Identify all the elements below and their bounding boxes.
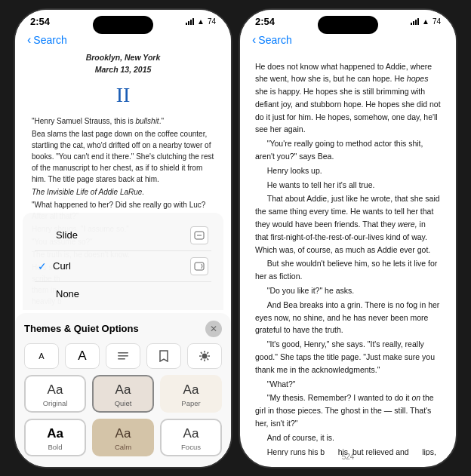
back-chevron-icon: ‹ [27,33,31,47]
none-option-left: None [38,288,79,299]
right-para-7: "Do you like it?" he asks. [255,284,441,297]
layout-button[interactable] [106,343,140,369]
theme-paper-label: Paper [166,399,216,407]
right-para-6: But she wouldn't believe him, so he lets… [255,257,441,283]
book-location: Brooklyn, New YorkMarch 13, 2015 [32,51,214,76]
right-para-5: That about Addie, just like he wrote, th… [255,192,441,256]
left-back-button[interactable]: ‹ Search [27,33,67,47]
svg-rect-2 [118,352,128,354]
book-para-2: Bea slams the last page down on the coff… [32,128,214,185]
right-phone: 2:54 ▲ 74 ‹ Search H [239,8,457,468]
theme-bold-card[interactable]: Aa Bold [24,419,86,456]
brightness-button[interactable] [187,343,222,369]
theme-quiet-title: Aa [98,382,148,398]
curl-icon [190,257,208,275]
back-label: Search [33,34,66,46]
theme-original-card[interactable]: Aa Original [24,375,86,413]
left-status-icons: ▲ 74 [186,17,216,26]
curl-checkmark-icon: ✓ [38,260,47,272]
theme-focus-card[interactable]: Aa Focus [160,419,222,456]
theme-bold-title: Aa [30,426,80,441]
none-label: None [56,288,79,299]
phones-container: 2:54 ▲ 74 ‹ Search B [14,8,457,468]
themes-title: Themes & Quiet Options [24,323,139,334]
curl-option-left: ✓ Curl [38,260,71,272]
theme-original-label: Original [30,399,80,407]
font-decrease-button[interactable]: A [24,343,59,369]
theme-calm-label: Calm [98,443,148,451]
right-para-12: And of course, it is. [255,431,441,444]
right-para-2: "You're really going to method actor thi… [255,137,441,163]
theme-calm-title: Aa [98,426,148,441]
left-status-time: 2:54 [30,16,50,27]
right-para-10: "What?" [255,378,441,391]
font-increase-button[interactable]: A [65,343,100,369]
overlay-panel: Slide ✓ Curl [15,213,231,467]
book-para-1: "Henry Samuel Strauss, this is bullshit.… [32,115,214,127]
slide-menu: Slide ✓ Curl [23,213,223,310]
right-para-11: "My thesis. Remember? I wanted to do it … [255,392,441,429]
slide-option-left: Slide [38,229,78,241]
themes-panel: Themes & Quiet Options ✕ A A [15,313,231,467]
right-status-icons: ▲ 74 [411,17,441,26]
right-book-content: He does not know what happened to Addie,… [240,51,456,456]
dynamic-island [93,16,153,34]
right-para-3: Henry looks up. [255,164,441,177]
font-controls: A A [24,343,222,369]
theme-original-title: Aa [30,382,80,398]
theme-paper-card[interactable]: Aa Paper [160,375,222,413]
curl-option[interactable]: ✓ Curl [35,251,211,282]
theme-quiet-label: Quiet [98,399,148,407]
none-option[interactable]: None [35,282,211,306]
slide-option[interactable]: Slide [35,220,211,251]
signal-bars-icon [186,17,194,25]
theme-focus-label: Focus [166,443,216,451]
right-wifi-icon: ▲ [422,17,429,26]
right-para-9: "It's good, Henry," she says. "It's real… [255,338,441,376]
chapter-number: II [32,78,214,111]
right-para-8: And Bea breaks into a grin. There is no … [255,299,441,336]
svg-line-12 [207,352,208,353]
svg-point-5 [202,353,208,358]
bookmark-button[interactable] [146,343,181,369]
right-back-label: Search [258,34,291,46]
theme-bold-label: Bold [30,443,80,451]
right-signal-bars-icon [411,17,419,25]
theme-paper-title: Aa [166,382,216,398]
close-button[interactable]: ✕ [205,321,222,337]
right-back-button[interactable]: ‹ Search [252,33,292,47]
svg-line-13 [201,358,202,360]
slide-icon [190,226,208,244]
svg-rect-4 [118,358,125,360]
right-status-time: 2:54 [255,16,275,27]
theme-quiet-card[interactable]: Aa Quiet [92,375,154,413]
svg-rect-3 [118,355,128,357]
slide-label: Slide [56,229,78,241]
right-dynamic-island [318,16,378,34]
book-para-3: The Invisible Life of Addie LaRue. [32,186,214,198]
svg-line-11 [207,358,208,360]
themes-header: Themes & Quiet Options ✕ [24,321,222,337]
theme-grid: Aa Original Aa Quiet Aa Paper Aa Bold [24,375,222,456]
wifi-icon: ▲ [197,17,205,26]
right-battery-icon: 74 [433,17,441,26]
curl-label: Curl [53,260,71,272]
svg-line-10 [201,352,202,353]
page-number: 524 [342,453,355,461]
right-back-chevron-icon: ‹ [252,33,256,47]
right-para-1: He does not know what happened to Addie,… [255,60,441,137]
left-phone: 2:54 ▲ 74 ‹ Search B [14,8,232,468]
theme-focus-title: Aa [166,426,216,441]
theme-calm-card[interactable]: Aa Calm [92,419,154,456]
right-para-4: He wants to tell her it's all true. [255,179,441,192]
battery-icon: 74 [208,17,216,26]
